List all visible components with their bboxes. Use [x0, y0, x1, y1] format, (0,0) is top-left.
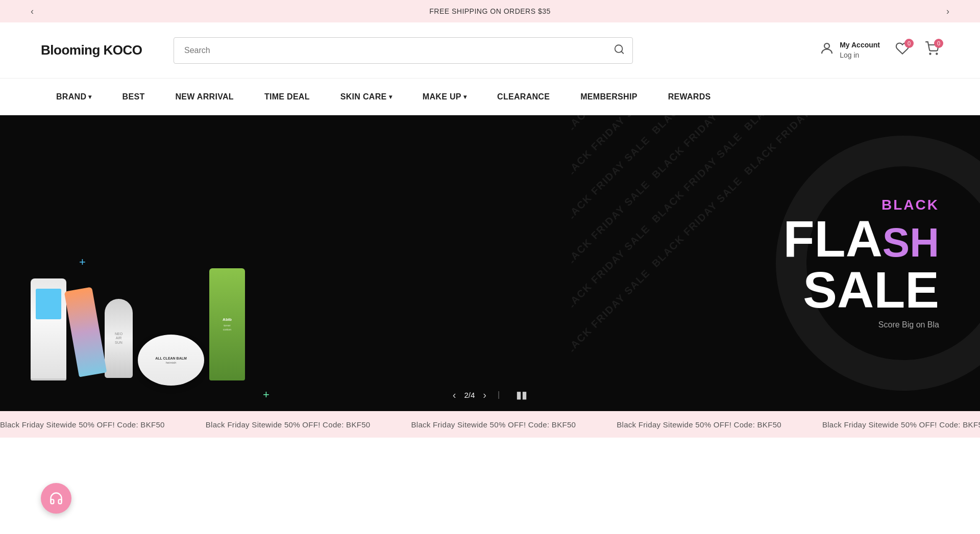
account-text: My Account Log in	[840, 40, 880, 60]
slider-divider: |	[498, 390, 500, 399]
nav-item-time-deal[interactable]: TIME DEAL	[249, 79, 325, 115]
navbar: BRAND ▾ BEST NEW ARRIVAL TIME DEAL SKIN …	[0, 79, 980, 115]
account-block[interactable]: My Account Log in	[819, 40, 880, 60]
nav-item-clearance[interactable]: CLEARANCE	[482, 79, 565, 115]
wishlist-button[interactable]: 0	[895, 41, 910, 59]
slider-next-button[interactable]: ›	[483, 389, 486, 401]
hero-flash-label: FLA	[783, 213, 882, 264]
search-input[interactable]	[174, 37, 633, 64]
nav-item-make-up[interactable]: MAKE UP ▾	[407, 79, 482, 115]
nav-item-skin-care[interactable]: SKIN CARE ▾	[325, 79, 407, 115]
ticker-text-4: Black Friday Sitewide 50% OFF! Code: BKF…	[617, 420, 781, 429]
plus-decoration-1: +	[79, 256, 86, 269]
nav-item-new-arrival[interactable]: NEW ARRIVAL	[160, 79, 249, 115]
promo-ticker-inner: Black Friday Sitewide 50% OFF! Code: BKF…	[0, 420, 980, 429]
header: Blooming KOCO My Account Log in 0 0	[0, 22, 980, 79]
account-icon	[819, 41, 835, 60]
svg-point-4	[936, 53, 937, 54]
logo[interactable]: Blooming KOCO	[41, 42, 153, 58]
nav-item-brand[interactable]: BRAND ▾	[41, 79, 107, 115]
announcement-next-button[interactable]: ›	[936, 6, 960, 17]
product-1	[31, 278, 66, 380]
account-login-label: Log in	[840, 50, 880, 61]
ticker-text-2: Black Friday Sitewide 50% OFF! Code: BKF…	[206, 420, 371, 429]
ticker-text-1: Black Friday Sitewide 50% OFF! Code: BKF…	[0, 420, 165, 429]
nav-item-best[interactable]: BEST	[107, 79, 160, 115]
ticker-text-5: Black Friday Sitewide 50% OFF! Code: BKF…	[822, 420, 980, 429]
slider-prev-button[interactable]: ‹	[453, 389, 456, 401]
hero-section: BLACK FRIDAY SALE BLACK FRIDAY SALE BLAC…	[0, 115, 980, 411]
search-bar	[174, 37, 633, 64]
svg-line-1	[621, 51, 623, 53]
plus-decoration-2: +	[263, 388, 270, 401]
skincare-chevron-icon: ▾	[389, 93, 392, 100]
product-4: ALL CLEAN BALM heimish	[138, 335, 204, 386]
slider-counter: 2/4	[464, 391, 475, 399]
cart-button[interactable]: 0	[925, 41, 939, 59]
account-top-label: My Account	[840, 40, 880, 50]
brand-chevron-icon: ▾	[88, 93, 91, 100]
slider-controls: ‹ 2/4 › | ▮▮	[453, 389, 527, 401]
product-5: Abib tonercotton	[209, 268, 245, 380]
announcement-text: FREE SHIPPING ON ORDERS $35	[429, 7, 551, 15]
promo-ticker: Black Friday Sitewide 50% OFF! Code: BKF…	[0, 411, 980, 438]
nav-item-rewards[interactable]: REWARDS	[653, 79, 726, 115]
makeup-chevron-icon: ▾	[463, 93, 467, 100]
hero-subtitle: Score Big on Bla	[783, 320, 939, 329]
announcement-prev-button[interactable]: ‹	[20, 6, 44, 17]
hero-sale-label: SALE	[783, 264, 939, 315]
cart-badge: 0	[934, 39, 943, 48]
svg-point-3	[929, 53, 930, 54]
hero-text-right: BLACK FLA SH SALE Score Big on Bla	[783, 197, 939, 329]
product-3: NEOAIRSUN	[105, 299, 133, 378]
ticker-text-3: Black Friday Sitewide 50% OFF! Code: BKF…	[411, 420, 576, 429]
svg-point-2	[824, 43, 829, 48]
announcement-bar: ‹ FREE SHIPPING ON ORDERS $35 ›	[0, 0, 980, 22]
product-2	[64, 287, 107, 377]
slider-pause-button[interactable]: ▮▮	[516, 389, 527, 401]
header-right: My Account Log in 0 0	[819, 40, 939, 60]
nav-item-membership[interactable]: MEMBERSHIP	[565, 79, 652, 115]
hero-products: NEOAIRSUN ALL CLEAN BALM heimish Abib to…	[31, 268, 245, 380]
wishlist-badge: 0	[904, 39, 914, 48]
search-button[interactable]	[614, 43, 625, 57]
